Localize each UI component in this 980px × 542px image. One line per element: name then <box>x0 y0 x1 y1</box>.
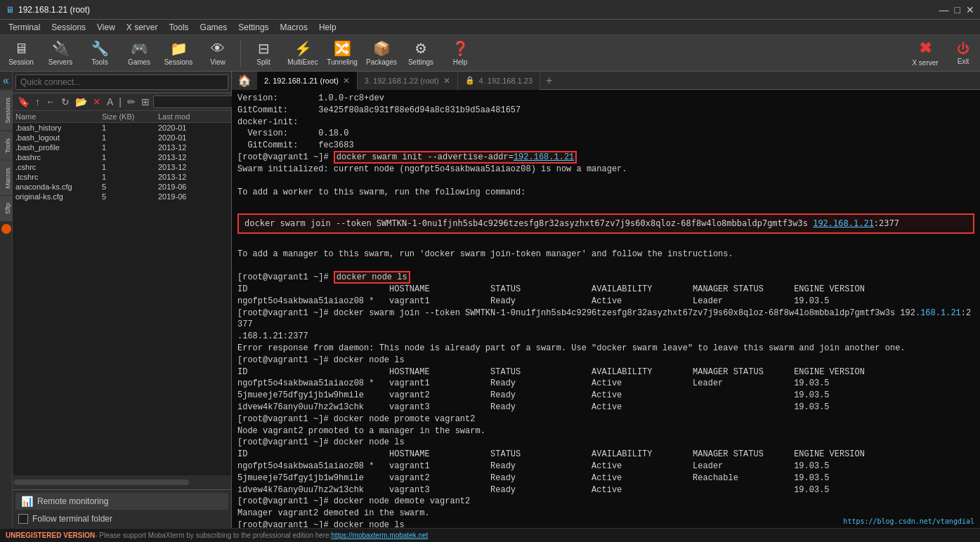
tools-tab[interactable]: Tools <box>0 131 13 160</box>
list-item[interactable]: .tcshrc 1 2013-12 <box>13 172 231 182</box>
term-line: ID HOSTNAME STATUS AVAILABILITY MANAGER … <box>237 449 974 461</box>
menu-games[interactable]: Games <box>195 20 233 35</box>
term-line: idvew4k76any0uu7hz2w13chk vagrant3 Ready… <box>237 484 974 496</box>
menu-xserver[interactable]: X server <box>121 20 164 35</box>
term-line: ID HOSTNAME STATUS AVAILABILITY MANAGER … <box>237 366 974 378</box>
servers-icon: 🔌 <box>52 40 70 57</box>
tab-2-close[interactable]: ✕ <box>343 76 350 86</box>
view-button[interactable]: 👁 View <box>200 37 236 70</box>
maximize-button[interactable]: □ <box>955 4 960 15</box>
packages-button[interactable]: 📦 Packages <box>363 37 400 70</box>
list-item[interactable]: .bash_profile 1 2013-12 <box>13 143 231 152</box>
macros-tab[interactable]: Macros <box>0 160 13 196</box>
tab-add-button[interactable]: + <box>540 74 558 87</box>
file-view-btn[interactable]: | <box>117 95 124 109</box>
list-item[interactable]: .bashrc 1 2013-12 <box>13 152 231 162</box>
help-icon: ❓ <box>452 40 469 57</box>
help-label: Help <box>453 58 468 66</box>
menu-tools[interactable]: Tools <box>164 20 195 35</box>
tools-label: Tools <box>91 58 107 66</box>
exit-button[interactable]: ⏻ Exit <box>949 37 977 70</box>
sessions-button[interactable]: 📁 Sessions <box>160 37 197 70</box>
toolbar-divider <box>240 39 241 67</box>
packages-label: Packages <box>366 58 397 66</box>
tab-3[interactable]: 3. 192.168.1.22 (root) ✕ <box>358 72 458 90</box>
tab-3-close[interactable]: ✕ <box>443 76 450 86</box>
term-line: ngofpt5o4sakbwaa51aiaoz08 * vagrant1 Rea… <box>237 378 974 390</box>
list-item[interactable]: anaconda-ks.cfg 5 2019-06 <box>13 182 231 192</box>
term-line: 5jmueeje75dfgy1jb1w9hmile vagrant2 Ready… <box>237 390 974 402</box>
statusbar-link[interactable]: https://mobaxterm.mobatek.net <box>332 531 429 539</box>
split-button[interactable]: ⊟ Split <box>245 37 282 70</box>
servers-label: Servers <box>48 58 72 66</box>
nav-arrow-up[interactable]: « <box>0 72 12 90</box>
servers-button[interactable]: 🔌 Servers <box>42 37 79 70</box>
list-item[interactable]: .bash_logout 1 2020-01 <box>13 133 231 143</box>
multiexec-button[interactable]: ⚡ MultiExec <box>285 37 321 70</box>
session-button[interactable]: 🖥 Session <box>3 37 39 70</box>
scrollbar-thumb[interactable] <box>14 480 189 485</box>
file-copy-btn[interactable]: ⊞ <box>139 95 152 109</box>
file-edit-btn[interactable]: ✏ <box>125 95 138 109</box>
split-icon: ⊟ <box>258 40 270 57</box>
list-item[interactable]: .cshrc 1 2013-12 <box>13 162 231 172</box>
tools-icon: 🔧 <box>91 40 109 57</box>
multiexec-icon: ⚡ <box>294 40 312 57</box>
tab-4[interactable]: 🔒 4. 192.168.1.23 <box>458 72 540 90</box>
view-icon: 👁 <box>211 41 225 57</box>
term-line: Node vagrant2 promoted to a manager in t… <box>237 425 974 437</box>
menu-macros[interactable]: Macros <box>275 20 313 35</box>
menu-settings[interactable]: Settings <box>233 20 274 35</box>
sessions-tab[interactable]: Sessions <box>0 90 13 131</box>
file-toolbar: 🔖 ↑ ← ↻ 📂 ✕ A | ✏ ⊞ /root/ ✔ <box>13 93 231 111</box>
list-item[interactable]: original-ks.cfg 5 2019-06 <box>13 192 231 201</box>
menu-terminal[interactable]: Terminal <box>3 20 46 35</box>
menu-view[interactable]: View <box>91 20 121 35</box>
highlight-swarm-init: docker swarm init --advertise-addr=192.1… <box>334 151 577 164</box>
split-label: Split <box>256 58 270 66</box>
file-refresh-btn[interactable]: ↻ <box>59 95 72 109</box>
settings-button[interactable]: ⚙ Settings <box>403 37 439 70</box>
term-line: ngofpt5o4sakbwaa51aiaoz08 * vagrant1 Rea… <box>237 296 974 308</box>
settings-label: Settings <box>408 58 433 66</box>
remote-monitoring-button[interactable]: 📊 Remote monitoring <box>15 493 228 510</box>
monitor-icon: 📊 <box>21 496 33 507</box>
file-rename-btn[interactable]: A <box>105 95 115 109</box>
term-line: [root@vagrant1 ~]# docker node promote v… <box>237 414 974 425</box>
minimize-button[interactable]: — <box>939 4 949 15</box>
file-bookmark-btn[interactable]: 🔖 <box>15 95 32 109</box>
term-line: idvew4k76any0uu7hz2w13chk vagrant3 Ready… <box>237 402 974 414</box>
sessions-icon: 📁 <box>170 40 188 57</box>
blog-link[interactable]: https://blog.csdn.net/vtangdial <box>843 517 974 525</box>
file-folder-btn[interactable]: 📂 <box>73 95 89 109</box>
help-button[interactable]: ❓ Help <box>442 37 478 70</box>
games-button[interactable]: 🎮 Games <box>121 37 157 70</box>
file-delete-btn[interactable]: ✕ <box>91 95 103 109</box>
close-button[interactable]: ✕ <box>966 4 974 15</box>
file-back-btn[interactable]: ← <box>44 95 58 109</box>
tab-bar: 🏠 2. 192.168.1.21 (root) ✕ 3. 192.168.1.… <box>232 72 980 90</box>
xserver-button[interactable]: ✖ X server <box>904 37 946 70</box>
menu-sessions[interactable]: Sessions <box>46 20 91 35</box>
swarm-join-cmd-box: docker swarm join --token SWMTKN-1-0nu1f… <box>237 213 974 234</box>
sftp-tab[interactable]: Sftp <box>0 195 13 221</box>
home-tab[interactable]: 🏠 <box>232 72 257 90</box>
term-line: [root@vagrant1 ~]# docker node ls <box>237 437 974 449</box>
file-up-btn[interactable]: ↑ <box>33 95 42 109</box>
term-line: [root@vagrant1 ~]# docker node ls <box>237 272 974 284</box>
left-panel: « Sessions Tools Macros Sftp 🔖 ↑ ← ↻ 📂 ✕… <box>0 72 232 528</box>
follow-checkbox[interactable] <box>18 514 28 524</box>
tab-2[interactable]: 2. 192.168.1.21 (root) ✕ <box>257 72 358 90</box>
term-line: [root@vagrant1 ~]# docker node demote va… <box>237 496 974 508</box>
tunneling-button[interactable]: 🔀 Tunneling <box>324 37 360 70</box>
quick-connect-input[interactable] <box>15 74 228 90</box>
tools-button[interactable]: 🔧 Tools <box>81 37 118 70</box>
menu-help[interactable]: Help <box>313 20 342 35</box>
list-item[interactable]: .bash_history 1 2020-01 <box>13 123 231 133</box>
col-name: Name <box>15 112 102 121</box>
terminal-content[interactable]: Version: 1.0.0-rc8+dev GitCommit: 3e425f… <box>232 90 980 528</box>
file-list-header: Name Size (KB) Last mod <box>13 111 231 123</box>
title-icon: 🖥 <box>6 5 14 15</box>
term-line: ID HOSTNAME STATUS AVAILABILITY MANAGER … <box>237 284 974 296</box>
term-line: Error response from daemon: This node is… <box>237 343 974 355</box>
